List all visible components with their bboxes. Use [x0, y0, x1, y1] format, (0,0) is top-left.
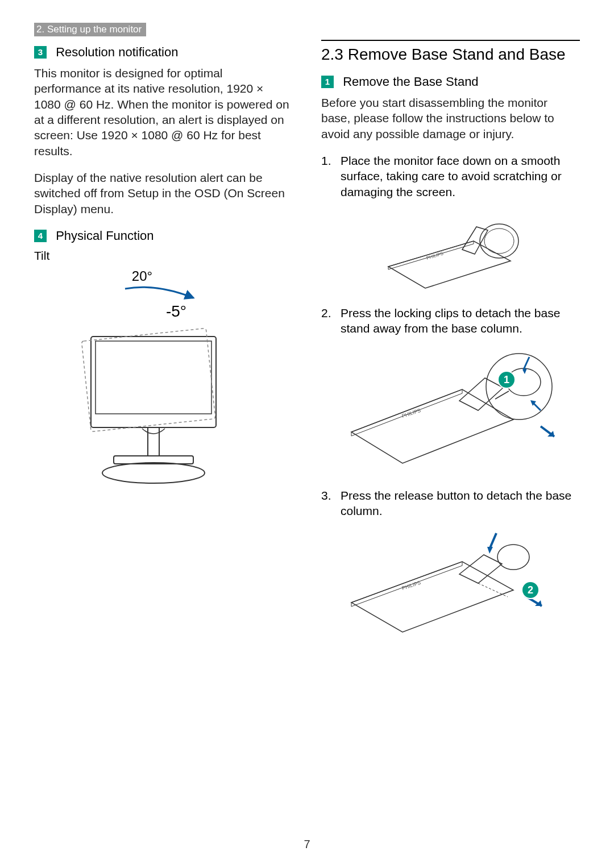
figure-monitor-face-down: PHILIPS [377, 210, 525, 295]
section-title-2-3: 2.3 Remove Base Stand and Base [321, 40, 580, 64]
number-box-4: 4 [34, 230, 47, 242]
figure-detach-base-column: PHILIPS 2 [343, 529, 559, 642]
heading-label: Physical Function [56, 229, 154, 243]
tilt-angle-up: 20° [57, 268, 227, 284]
right-column: 2.3 Remove Base Stand and Base 1 Remove … [321, 23, 580, 653]
svg-marker-19 [351, 562, 513, 632]
svg-point-4 [102, 463, 205, 483]
heading-remove-base-stand: 1 Remove the Base Stand [321, 74, 580, 89]
step-2: 2. Press the locking clips to detach the… [321, 305, 580, 337]
tilt-angle-down: -5° [91, 302, 262, 321]
figure-detach-base-stand: PHILIPS 1 [343, 347, 559, 477]
step-3: 3. Press the release button to detach th… [321, 488, 580, 519]
paragraph-resolution-2: Display of the native resolution alert c… [34, 170, 293, 217]
heading-physical-function: 4 Physical Function [34, 228, 293, 243]
svg-text:PHILIPS: PHILIPS [401, 580, 421, 591]
tilt-arrow-icon [102, 285, 205, 302]
step-text: Press the release button to detach the b… [341, 488, 580, 519]
svg-rect-2 [81, 328, 215, 431]
svg-marker-23 [487, 547, 493, 554]
step-number: 3. [321, 488, 341, 519]
chapter-tag: 2. Setting up the monitor [34, 23, 146, 36]
callout-2-label: 2 [527, 584, 533, 596]
svg-rect-1 [96, 341, 211, 414]
callout-1-label: 1 [503, 374, 509, 385]
svg-point-8 [484, 229, 514, 254]
number-box-3: 3 [34, 46, 47, 59]
page-number: 7 [0, 838, 614, 851]
svg-point-7 [480, 224, 518, 258]
step-text: Place the monitor face down on a smooth … [341, 153, 580, 200]
step-number: 1. [321, 153, 341, 200]
left-column: 2. Setting up the monitor 3 Resolution n… [34, 23, 293, 653]
step-text: Press the locking clips to detach the ba… [341, 305, 580, 337]
svg-point-13 [486, 354, 552, 420]
svg-point-22 [497, 545, 529, 570]
step-number: 2. [321, 305, 341, 337]
heading-label: Remove the Base Stand [343, 74, 478, 89]
paragraph-resolution-1: This monitor is designed for optimal per… [34, 65, 293, 159]
tilt-label: Tilt [34, 249, 293, 263]
paragraph-remove-intro: Before you start disassembling the monit… [321, 95, 580, 142]
monitor-tilt-illustration [68, 325, 239, 484]
step-1: 1. Place the monitor face down on a smoo… [321, 153, 580, 200]
heading-resolution-notification: 3 Resolution notification [34, 44, 293, 60]
heading-label: Resolution notification [56, 45, 178, 59]
tilt-figure: 20° -5° [68, 268, 239, 484]
number-box-1: 1 [321, 76, 334, 88]
